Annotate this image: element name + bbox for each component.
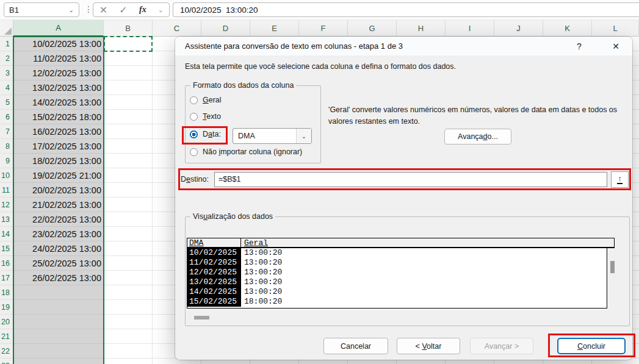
row-header-2[interactable]: 2 bbox=[0, 51, 13, 66]
column-header-G[interactable]: G bbox=[348, 20, 397, 37]
cell-A18[interactable] bbox=[13, 285, 104, 300]
column-header-D[interactable]: D bbox=[201, 20, 250, 37]
row-header-17[interactable]: 17 bbox=[0, 271, 13, 285]
row-header-10[interactable]: 10 bbox=[0, 168, 13, 183]
preview-time-cell[interactable]: 18:00:20 bbox=[241, 297, 282, 307]
cell-A15[interactable]: 24/02/2025 13:00 bbox=[13, 241, 104, 256]
cell-A20[interactable] bbox=[13, 315, 104, 329]
advanced-button[interactable]: Avançado... bbox=[444, 129, 511, 145]
row-header-8[interactable]: 8 bbox=[0, 139, 13, 154]
row-header-12[interactable]: 12 bbox=[0, 198, 13, 212]
radio-circle-icon[interactable] bbox=[190, 113, 198, 121]
column-header-I[interactable]: I bbox=[446, 20, 494, 37]
row-header-18[interactable]: 18 bbox=[0, 285, 13, 300]
cell-A12[interactable]: 21/02/2025 13:00 bbox=[13, 198, 104, 212]
help-icon[interactable]: ? bbox=[573, 40, 585, 52]
row-header-22[interactable]: 22 bbox=[0, 344, 13, 359]
radio-data[interactable]: Data: bbox=[190, 130, 221, 138]
cell-A14[interactable]: 23/02/2025 13:00 bbox=[13, 227, 104, 241]
cell-A21[interactable] bbox=[13, 329, 104, 344]
range-picker-button[interactable]: ↑ bbox=[611, 171, 629, 188]
row-header-14[interactable]: 14 bbox=[0, 227, 13, 241]
chevron-down-icon[interactable]: ⌄ bbox=[296, 129, 311, 143]
row-header-13[interactable]: 13 bbox=[0, 212, 13, 227]
preview-horizontal-scrollbar[interactable] bbox=[194, 316, 209, 319]
finish-button[interactable]: Concluir bbox=[557, 338, 626, 354]
column-header-L[interactable]: L bbox=[592, 20, 639, 37]
column-header-B[interactable]: B bbox=[104, 20, 153, 37]
cell-A7[interactable]: 16/02/2025 13:00 bbox=[13, 124, 104, 139]
cell-A4[interactable]: 13/02/2025 13:00 bbox=[13, 80, 104, 95]
row-header-9[interactable]: 9 bbox=[0, 154, 13, 168]
row-header-21[interactable]: 21 bbox=[0, 329, 13, 344]
cell-A11[interactable]: 20/02/2025 13:00 bbox=[13, 183, 104, 198]
column-header-K[interactable]: K bbox=[543, 20, 592, 37]
radio-selected-icon[interactable] bbox=[190, 130, 198, 138]
cell-A2[interactable]: 11/02/2025 13:00 bbox=[13, 51, 104, 66]
more-icon[interactable]: ⋮ bbox=[84, 4, 93, 14]
date-format-dropdown[interactable]: DMA ⌄ bbox=[233, 128, 312, 144]
preview-time-cell[interactable]: 13:00:20 bbox=[241, 287, 282, 297]
row-header-5[interactable]: 5 bbox=[0, 95, 13, 110]
radio-nao-importar[interactable]: Não importar coluna (ignorar) bbox=[190, 148, 302, 156]
preview-header-geral[interactable]: Geral bbox=[241, 238, 268, 247]
preview-date-cell[interactable]: 12/02/2025 bbox=[187, 268, 241, 277]
preview-header-dma[interactable]: DMA bbox=[187, 238, 241, 247]
cell-A8[interactable]: 17/02/2025 13:00 bbox=[13, 139, 104, 154]
formula-bar[interactable]: 10/02/2025 13:00:20 bbox=[173, 2, 639, 17]
row-header-16[interactable]: 16 bbox=[0, 256, 13, 271]
cell-A23[interactable] bbox=[13, 359, 104, 364]
row-header-15[interactable]: 15 bbox=[0, 241, 13, 256]
cell-A19[interactable] bbox=[13, 300, 104, 315]
name-box-chevron-icon[interactable]: ⌄ bbox=[69, 7, 74, 13]
radio-geral[interactable]: Geral bbox=[190, 96, 222, 104]
cancel-button[interactable]: Cancelar bbox=[323, 338, 388, 354]
row-header-7[interactable]: 7 bbox=[0, 124, 13, 139]
row-header-11[interactable]: 11 bbox=[0, 183, 13, 198]
confirm-entry-icon[interactable]: ✓ bbox=[119, 4, 127, 16]
cell-A22[interactable] bbox=[13, 344, 104, 359]
preview-vertical-scrollbar[interactable] bbox=[610, 261, 615, 273]
insert-function-icon[interactable]: fx bbox=[139, 5, 146, 15]
row-header-20[interactable]: 20 bbox=[0, 315, 13, 329]
preview-date-cell[interactable]: 11/02/2025 bbox=[187, 258, 241, 268]
preview-date-cell[interactable]: 15/02/2025 bbox=[187, 297, 241, 307]
row-header-1[interactable]: 1 bbox=[0, 37, 13, 51]
cell-A6[interactable]: 15/02/2025 18:00 bbox=[13, 110, 104, 124]
cell-A17[interactable]: 26/02/2025 13:00 bbox=[13, 271, 104, 285]
name-box[interactable]: B1 ⌄ bbox=[4, 2, 79, 17]
cell-A3[interactable]: 12/02/2025 13:00 bbox=[13, 66, 104, 80]
cell-A16[interactable]: 25/02/2025 13:00 bbox=[13, 256, 104, 271]
column-header-C[interactable]: C bbox=[153, 20, 201, 37]
radio-circle-icon[interactable] bbox=[190, 96, 198, 104]
column-header-E[interactable]: E bbox=[250, 20, 299, 37]
preview-date-cell[interactable]: 14/02/2025 bbox=[187, 287, 241, 297]
cell-A13[interactable]: 22/02/2025 13:00 bbox=[13, 212, 104, 227]
preview-time-cell[interactable]: 13:00:20 bbox=[241, 248, 282, 258]
row-header-3[interactable]: 3 bbox=[0, 66, 13, 80]
preview-time-cell[interactable]: 13:00:20 bbox=[241, 258, 282, 268]
cell-A5[interactable]: 14/02/2025 13:00 bbox=[13, 95, 104, 110]
destination-input[interactable]: =$B$1 bbox=[214, 172, 607, 187]
row-header-23[interactable]: 23 bbox=[0, 359, 13, 364]
radio-circle-icon[interactable] bbox=[190, 148, 198, 156]
select-all-corner[interactable] bbox=[0, 20, 13, 37]
cell-A1[interactable]: 10/02/2025 13:00 bbox=[13, 37, 104, 51]
preview-date-cell[interactable]: 13/02/2025 bbox=[187, 277, 241, 287]
preview-time-cell[interactable]: 13:00:20 bbox=[241, 268, 282, 277]
chevron-down-icon[interactable]: ⌄ bbox=[158, 7, 163, 13]
row-header-19[interactable]: 19 bbox=[0, 300, 13, 315]
cancel-entry-icon[interactable]: ✕ bbox=[99, 4, 107, 16]
column-header-F[interactable]: F bbox=[299, 20, 348, 37]
close-icon[interactable]: ✕ bbox=[610, 40, 622, 52]
back-button[interactable]: < Voltar bbox=[397, 338, 460, 354]
cell-A9[interactable]: 18/02/2025 13:00 bbox=[13, 154, 104, 168]
cell-A10[interactable]: 19/02/2025 21:00 bbox=[13, 168, 104, 183]
column-header-A[interactable]: A bbox=[13, 20, 104, 37]
row-header-4[interactable]: 4 bbox=[0, 80, 13, 95]
radio-texto[interactable]: Texto bbox=[190, 112, 221, 121]
column-header-J[interactable]: J bbox=[494, 20, 543, 37]
preview-time-cell[interactable]: 13:00:20 bbox=[241, 277, 282, 287]
row-header-6[interactable]: 6 bbox=[0, 110, 13, 124]
preview-date-cell[interactable]: 10/02/2025 bbox=[187, 248, 241, 258]
